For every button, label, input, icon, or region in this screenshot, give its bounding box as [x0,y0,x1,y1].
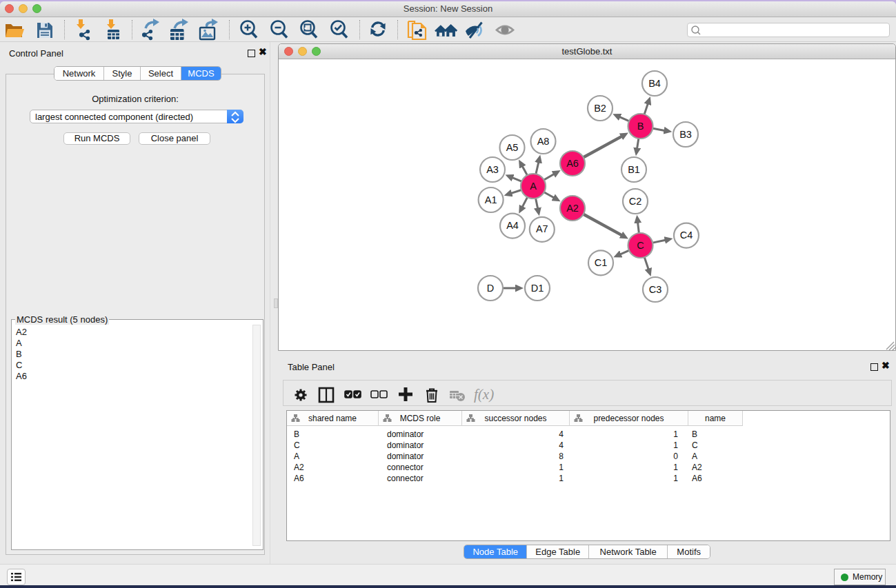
svg-text:D: D [487,283,494,294]
svg-text:A7: A7 [536,223,548,234]
svg-text:A3: A3 [486,164,499,175]
svg-text:A6: A6 [566,158,579,169]
svg-text:B3: B3 [679,129,692,140]
svg-text:A1: A1 [485,194,497,205]
svg-text:C4: C4 [680,230,693,241]
svg-text:A: A [530,181,537,192]
svg-text:C: C [637,240,644,251]
svg-text:B: B [637,121,644,132]
svg-text:C3: C3 [649,284,662,295]
svg-text:C1: C1 [595,257,608,268]
svg-text:B4: B4 [648,78,661,89]
svg-text:D1: D1 [531,283,544,294]
svg-text:A5: A5 [506,142,519,153]
svg-text:A2: A2 [566,203,579,214]
svg-text:A4: A4 [506,220,519,231]
svg-text:A8: A8 [537,136,550,147]
svg-text:B2: B2 [594,103,606,114]
svg-text:B1: B1 [628,164,640,175]
svg-text:C2: C2 [629,196,642,207]
